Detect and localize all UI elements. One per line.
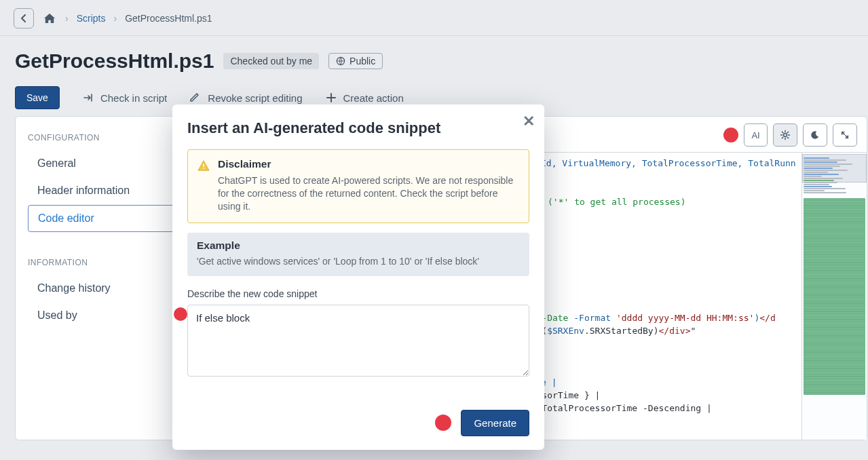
minimap[interactable] [801,153,867,440]
attention-dot-generate [435,415,451,431]
dark-mode-button[interactable] [803,123,827,147]
svg-point-1 [783,134,787,137]
warning-icon [197,159,210,172]
example-title: Example [197,239,520,252]
check-in-label: Check in script [100,92,167,104]
chevron-left-icon [20,14,28,22]
modal-title: Insert an AI-generated code snippet [187,119,529,137]
visibility-label: Public [350,56,375,66]
modal-actions: Generate [187,410,529,436]
create-action-label: Create action [343,92,404,104]
breadcrumb-bar: › Scripts › GetProcessHtml.ps1 [0,0,868,36]
example-text: 'Get active windows services' or 'Loop f… [197,256,520,267]
code-frag: Id, VirtualMemory, TotalProcessorTime, T… [541,158,796,168]
expand-button[interactable] [833,123,857,147]
checkin-icon [83,92,94,103]
code-frag: 64, TotalProcessorTime -Descending | [521,403,712,413]
breadcrumb-separator: › [113,13,117,24]
breadcrumb-scripts[interactable]: Scripts [77,13,106,24]
moon-icon [810,130,820,140]
visibility-badge[interactable]: Public [328,53,383,69]
save-button[interactable]: Save [15,86,60,109]
expand-icon [840,130,850,140]
pencil-icon [190,92,201,103]
revoke-label: Revoke script editing [208,92,302,104]
minimap-contents [804,157,865,436]
ai-snippet-modal: ✕ Insert an AI-generated code snippet Di… [172,104,544,450]
disclaimer-text: ChatGPT is used to create AI-powered scr… [218,174,519,213]
disclaimer-title: Disclaimer [218,158,519,170]
page-title: GetProcessHtml.ps1 [15,50,214,73]
create-action-button[interactable]: Create action [326,92,404,104]
attention-dot-toolbar [723,128,738,142]
disclaimer-callout: Disclaimer ChatGPT is used to create AI-… [187,149,529,223]
home-icon[interactable] [42,13,57,24]
svg-rect-2 [203,164,204,167]
modal-close-button[interactable]: ✕ [523,113,535,130]
generate-button[interactable]: Generate [461,410,529,436]
attention-dot-input [174,307,187,321]
breadcrumb-current: GetProcessHtml.ps1 [125,13,212,24]
snippet-field-label: Describe the new code snippet [187,288,529,299]
globe-icon [336,56,345,66]
svg-rect-3 [203,168,204,169]
plus-icon [326,92,337,103]
settings-button[interactable] [773,123,797,147]
code-frag: ('*' to get all processes) [548,197,686,207]
back-button[interactable] [14,8,34,28]
revoke-button[interactable]: Revoke script editing [190,92,302,104]
ai-button[interactable]: AI [744,123,767,147]
example-callout: Example 'Get active windows services' or… [187,233,529,276]
gear-icon [780,130,791,140]
breadcrumb-separator: › [65,13,69,24]
snippet-input[interactable] [187,305,529,377]
title-row: GetProcessHtml.ps1 Checked out by me Pub… [0,36,868,75]
checkout-badge: Checked out by me [223,53,319,69]
check-in-button[interactable]: Check in script [83,92,167,104]
